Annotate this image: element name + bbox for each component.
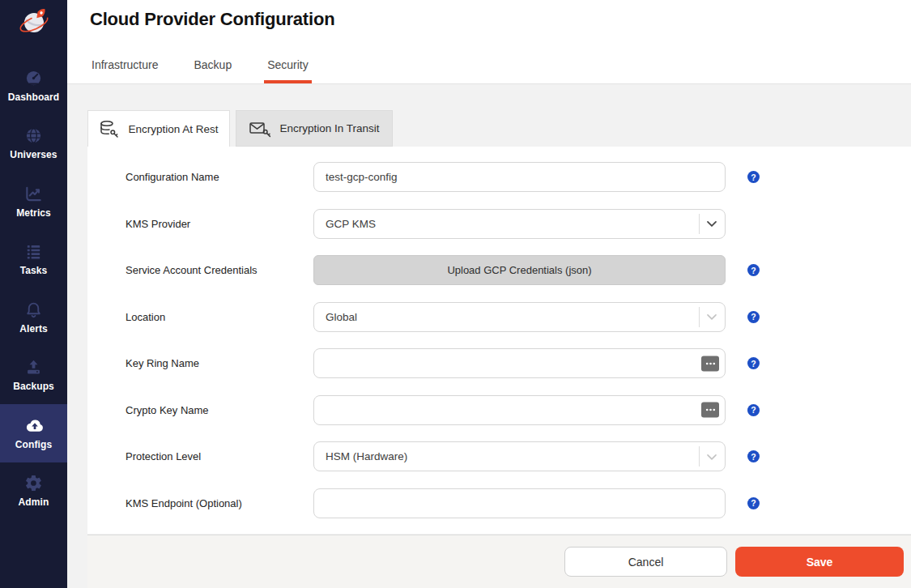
content-area: Encryption At RestEncryption In Transit …: [67, 84, 911, 588]
footer-bar: Cancel Save: [87, 535, 911, 588]
page-header: Cloud Provider Configuration Infrastruct…: [67, 0, 911, 84]
kms-endpoint-optional-control: [313, 488, 726, 518]
sidebar-item-label: Admin: [19, 496, 49, 508]
form-row-protection-level: Protection LevelHSM (Hardware)?: [87, 441, 911, 471]
protection-level-select[interactable]: HSM (Hardware): [313, 441, 726, 471]
page-title: Cloud Provider Configuration: [90, 9, 334, 30]
gauge-icon: [24, 69, 43, 87]
kms-endpoint-optional-input[interactable]: [313, 488, 726, 518]
save-button[interactable]: Save: [735, 547, 904, 577]
sidebar: DashboardUniversesMetricsTasksAlertsBack…: [0, 0, 67, 588]
sidebar-item-metrics[interactable]: Metrics: [0, 173, 67, 231]
kms-provider-control: GCP KMS: [313, 209, 726, 239]
location-control: Global: [313, 302, 726, 332]
sidebar-item-label: Backups: [13, 381, 54, 392]
list-icon: [24, 242, 43, 261]
mail-key-icon: [249, 120, 271, 138]
selected-value: GCP KMS: [326, 218, 376, 230]
sidebar-item-alerts[interactable]: Alerts: [0, 288, 67, 347]
sidebar-item-label: Tasks: [20, 265, 48, 276]
kms-provider-select[interactable]: GCP KMS: [313, 209, 726, 239]
selected-value: HSM (Hardware): [326, 450, 407, 462]
location-select[interactable]: Global: [313, 302, 726, 332]
help-icon[interactable]: ?: [747, 171, 760, 183]
tab-backup[interactable]: Backup: [192, 58, 233, 83]
field-label: Service Account Credentials: [126, 264, 313, 276]
ellipsis-icon[interactable]: [701, 356, 719, 371]
help-icon[interactable]: ?: [747, 264, 760, 276]
bell-icon: [24, 300, 43, 319]
chart-icon: [24, 185, 43, 203]
sidebar-item-admin[interactable]: Admin: [0, 462, 67, 521]
cloud-upload-icon: [24, 416, 43, 435]
sidebar-item-universes[interactable]: Universes: [0, 115, 67, 173]
form-row-configuration-name: Configuration Name?: [87, 162, 911, 192]
crypto-key-name-control: [313, 395, 726, 425]
field-label: KMS Endpoint (Optional): [126, 497, 313, 509]
help-icon[interactable]: ?: [747, 357, 760, 369]
form-row-service-account-credentials: Service Account CredentialsUpload GCP Cr…: [87, 255, 911, 285]
app-logo[interactable]: [15, 4, 53, 41]
sidebar-item-backups[interactable]: Backups: [0, 347, 67, 405]
globe-icon: [24, 126, 43, 145]
select-divider: [699, 446, 700, 467]
help-icon[interactable]: ?: [747, 450, 760, 462]
subtab-encryption-at-rest[interactable]: Encryption At Rest: [87, 110, 230, 147]
chevron-down-icon: [704, 215, 720, 232]
select-divider: [699, 307, 700, 327]
sidebar-item-label: Configs: [15, 439, 52, 450]
select-divider: [699, 214, 700, 234]
subtab-label: Encryption In Transit: [279, 122, 379, 134]
form-panel: Configuration Name?KMS ProviderGCP KMSSe…: [87, 147, 911, 534]
upload-icon: [24, 358, 43, 377]
sidebar-item-dashboard[interactable]: Dashboard: [0, 57, 67, 115]
help-icon[interactable]: ?: [747, 497, 760, 509]
database-key-icon: [99, 119, 120, 138]
field-label: Key Ring Name: [126, 357, 313, 369]
sidebar-item-configs[interactable]: Configs: [0, 404, 67, 462]
service-account-credentials-control: Upload GCP Credentials (json): [313, 255, 726, 285]
tab-security[interactable]: Security: [266, 58, 310, 83]
key-ring-name-control: [313, 348, 726, 378]
cancel-button[interactable]: Cancel: [564, 547, 727, 577]
configuration-name-control: [313, 162, 726, 192]
field-label: KMS Provider: [126, 218, 313, 230]
encryption-subtabs: Encryption At RestEncryption In Transit: [87, 110, 393, 147]
configuration-name-input[interactable]: [313, 162, 726, 192]
sidebar-nav: DashboardUniversesMetricsTasksAlertsBack…: [0, 57, 67, 520]
selected-value: Global: [326, 311, 357, 323]
form-row-key-ring-name: Key Ring Name?: [87, 348, 911, 378]
sidebar-item-label: Alerts: [19, 323, 48, 334]
field-label: Location: [126, 311, 313, 323]
ellipsis-icon[interactable]: [701, 403, 719, 418]
main-tabs: InfrastructureBackupSecurity: [90, 58, 310, 83]
subtab-encryption-in-transit[interactable]: Encryption In Transit: [236, 110, 393, 147]
crypto-key-name-input[interactable]: [313, 395, 726, 425]
form-row-crypto-key-name: Crypto Key Name?: [87, 395, 911, 425]
field-label: Protection Level: [126, 450, 313, 462]
form-row-kms-endpoint-optional: KMS Endpoint (Optional)?: [87, 488, 911, 518]
sidebar-item-label: Dashboard: [8, 92, 60, 103]
sidebar-item-label: Metrics: [16, 207, 51, 219]
chevron-down-icon: [704, 309, 720, 325]
help-icon[interactable]: ?: [747, 311, 760, 323]
form-row-location: LocationGlobal?: [87, 302, 911, 332]
field-label: Crypto Key Name: [126, 404, 313, 416]
subtab-label: Encryption At Rest: [128, 123, 218, 135]
key-ring-name-input[interactable]: [313, 348, 726, 378]
sidebar-item-tasks[interactable]: Tasks: [0, 231, 67, 289]
help-icon[interactable]: ?: [747, 404, 760, 416]
gear-icon: [24, 474, 43, 492]
tab-infrastructure[interactable]: Infrastructure: [90, 58, 160, 83]
service-account-credentials-upload-button[interactable]: Upload GCP Credentials (json): [313, 255, 726, 285]
protection-level-control: HSM (Hardware): [313, 441, 726, 471]
field-label: Configuration Name: [126, 171, 313, 183]
chevron-down-icon: [704, 449, 720, 465]
form-row-kms-provider: KMS ProviderGCP KMS: [87, 209, 911, 239]
sidebar-item-label: Universes: [10, 149, 57, 160]
